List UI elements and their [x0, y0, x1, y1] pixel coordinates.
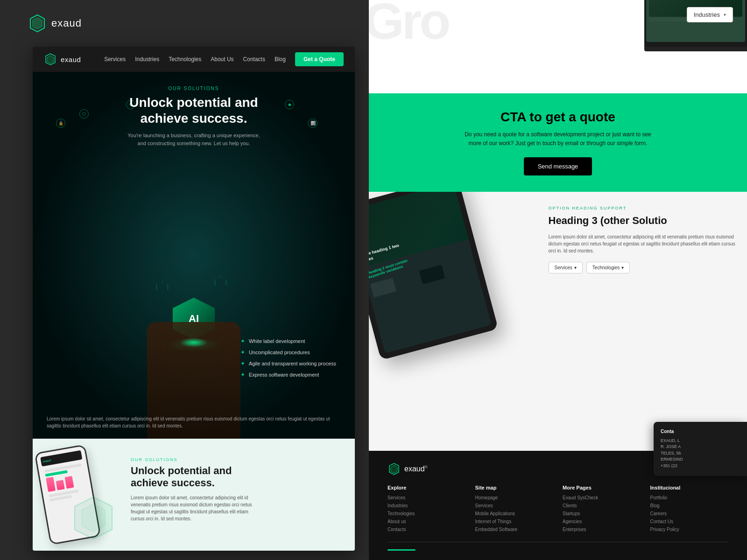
cta-title: CTA to get a quote [392, 110, 724, 125]
tablet-body: Title heading 1 twolines Heading 2 must … [369, 192, 498, 360]
services-label: Services [555, 265, 572, 270]
footer-logo-icon [388, 462, 401, 476]
footer-green-accent [388, 549, 416, 551]
footer-link-services[interactable]: Services [388, 495, 466, 500]
industries-label: Industries [694, 11, 720, 18]
feature-icon-3: ✦ [240, 360, 245, 367]
svg-marker-1 [33, 18, 42, 29]
nav-about[interactable]: About Us [211, 56, 233, 63]
footer-link-privacy[interactable]: Privacy Policy [650, 527, 729, 532]
site-logo-icon [44, 53, 57, 66]
nav-contacts[interactable]: Contacts [243, 56, 265, 63]
cta-section: CTA to get a quote Do you need a quote f… [369, 93, 747, 192]
site-hero: 🔒 ⬡ ⚙ 📊 ◆ OUR SOLUTIONS Unlock potential… [33, 72, 355, 439]
feature-1: ✦ White label development [240, 338, 336, 344]
phone-chart-1 [46, 477, 56, 492]
footer-link-technologies[interactable]: Technologies [388, 511, 466, 516]
grow-text-bg: Gro [369, 0, 449, 47]
contact-card-title: Conta [661, 429, 740, 434]
nav-blog[interactable]: Blog [275, 56, 286, 63]
solution-description: Lorem ipsum dolor sit amet, consectetur … [549, 233, 738, 254]
feature-2: ✦ Uncomplicated procedures [240, 349, 336, 356]
footer-link-blog[interactable]: Blog [650, 503, 729, 508]
services-chevron: ▾ [574, 265, 577, 270]
footer-link-embedded[interactable]: Embedded Software [475, 527, 554, 532]
footer-link-portfolio[interactable]: Portfolio [650, 495, 729, 500]
hero-glow-orb [180, 338, 208, 347]
site-logo-text: exaud [61, 56, 81, 63]
svg-marker-3 [47, 56, 54, 63]
footer-col-more: More Pages Exaud SysCheck Clients Startu… [563, 485, 641, 535]
footer-link-syscheck[interactable]: Exaud SysCheck [563, 495, 641, 500]
footer-link-contact-us[interactable]: Contact Us [650, 519, 729, 524]
phone-brand: exaud [42, 459, 51, 463]
svg-marker-7 [391, 465, 397, 473]
hero-description: Lorem ipsum dolor sit amet, consectetur … [47, 415, 341, 429]
solution-option-tag: OPTION HEADING SUPPORT [549, 206, 738, 210]
footer-col-more-title: More Pages [563, 485, 641, 490]
bottom-tag: OUR SOLUTIONS [131, 457, 261, 462]
nav-services[interactable]: Services [104, 56, 126, 63]
footer-link-sitemap-services[interactable]: Services [475, 503, 554, 508]
contact-card: Conta EXAUD, L R. JOSÉ A TELES, 5b ERMES… [654, 422, 747, 476]
send-message-button[interactable]: Send message [524, 157, 592, 175]
solution-title: Heading 3 (other Solutio [549, 214, 738, 228]
hex-deco-2 [215, 277, 226, 288]
bottom-description: Lorem ipsum dolor sit amet, consectetur … [131, 494, 261, 522]
technologies-tag-button[interactable]: Technologies ▾ [586, 262, 630, 273]
feature-3: ✦ Agile and transparent working process [240, 360, 336, 367]
footer-link-mobile[interactable]: Mobile Applications [475, 511, 554, 516]
footer-link-about[interactable]: About us [388, 519, 466, 524]
hero-title: Unlock potential and achieve success. [33, 95, 355, 126]
tablet-mockup-area: Title heading 1 twolines Heading 2 must … [369, 192, 539, 451]
tablet-footer-images [370, 258, 473, 298]
laptop-base [644, 47, 747, 51]
get-quote-button[interactable]: Get a Quote [295, 52, 344, 66]
feature-icon-4: ✦ [240, 371, 245, 378]
left-panel: exaud Services Industries Technologies A… [33, 47, 355, 551]
geometric-decoration [70, 495, 117, 541]
feature-4: ✦ Express software development [240, 371, 336, 378]
bottom-title: Unlock potential and achieve success. [131, 465, 261, 490]
footer-link-contacts[interactable]: Contacts [388, 527, 466, 532]
footer-link-startups[interactable]: Startups [563, 511, 641, 516]
site-nav: Services Industries Technologies About U… [104, 52, 344, 66]
top-logo-icon [28, 14, 47, 33]
footer-link-careers[interactable]: Careers [650, 511, 729, 516]
feature-text-3: Agile and transparent working process [249, 361, 336, 366]
nav-technologies[interactable]: Technologies [169, 56, 201, 63]
right-panel: Industries ▾ Gro exaud Website content p… [369, 0, 747, 560]
footer-link-industries[interactable]: Industries [388, 503, 466, 508]
feature-icon-1: ✦ [240, 338, 245, 344]
footer-col-institucional: Institucional Portfolio Blog Careers Con… [650, 485, 729, 535]
footer-link-iot[interactable]: Internet of Things [475, 519, 554, 524]
industries-chevron: ▾ [724, 12, 726, 17]
footer-link-clients[interactable]: Clients [563, 503, 641, 508]
footer-link-agencies[interactable]: Agencies [563, 519, 641, 524]
solution-section: Title heading 1 twolines Heading 2 must … [369, 192, 747, 451]
top-logo-text: exaud [51, 17, 82, 29]
feature-text-4: Express software development [249, 372, 319, 378]
footer-logo-text: exaud® [404, 465, 428, 473]
footer-columns: Explore Services Industries Technologies… [388, 485, 728, 535]
footer-link-enterprises[interactable]: Enterprises [563, 527, 641, 532]
phone-chart-2 [56, 480, 65, 490]
footer-col-inst-title: Institucional [650, 485, 729, 490]
phone-chart-3 [64, 476, 74, 489]
industries-dropdown[interactable]: Industries ▾ [687, 7, 733, 22]
services-tag-button[interactable]: Services ▾ [549, 262, 583, 273]
feature-icon-2: ✦ [240, 349, 245, 356]
footer-link-homepage[interactable]: Homepage [475, 495, 554, 500]
solution-content: OPTION HEADING SUPPORT Heading 3 (other … [539, 192, 747, 451]
industries-dropdown-container: Industries ▾ [687, 7, 733, 22]
solution-tag-buttons: Services ▾ Technologies ▾ [549, 262, 738, 273]
nav-industries[interactable]: Industries [135, 56, 159, 63]
technologies-label: Technologies [592, 265, 620, 270]
cta-description: Do you need a quote for a software devel… [465, 130, 651, 148]
site-bottom-section: exaud [33, 439, 355, 551]
tablet-mockup: Title heading 1 twolines Heading 2 must … [369, 192, 510, 369]
feature-text-2: Uncomplicated procedures [249, 350, 310, 355]
footer-col-sitemap: Site map Homepage Services Mobile Applic… [475, 485, 554, 535]
feature-list: ✦ White label development ✦ Uncomplicate… [240, 338, 336, 383]
footer-col-sitemap-title: Site map [475, 485, 554, 490]
